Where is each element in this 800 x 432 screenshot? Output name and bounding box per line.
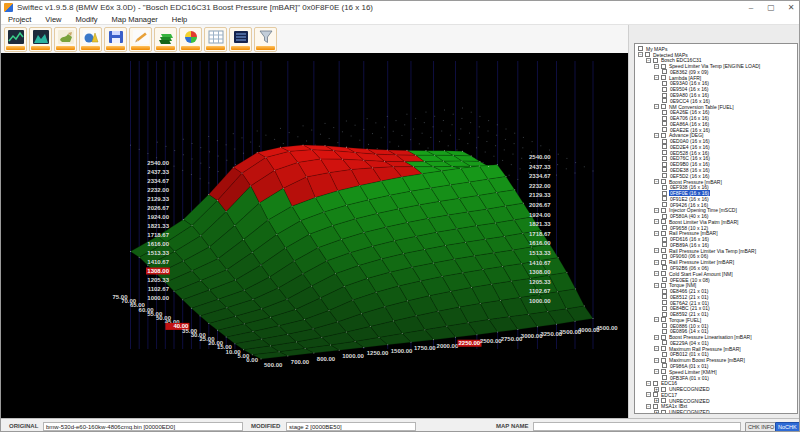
expand-icon[interactable]: + bbox=[654, 410, 659, 414]
tree-checkbox[interactable] bbox=[662, 173, 667, 178]
tree-checkbox[interactable] bbox=[662, 329, 667, 334]
expand-icon[interactable]: + bbox=[654, 387, 659, 392]
toolbar-button-pie-view[interactable] bbox=[79, 27, 102, 52]
collapse-icon[interactable]: − bbox=[654, 283, 659, 288]
tree-checkbox[interactable] bbox=[662, 167, 667, 172]
collapse-icon[interactable]: − bbox=[646, 58, 651, 63]
toolbar-button-map-view[interactable] bbox=[54, 27, 77, 52]
tree-checkbox[interactable] bbox=[661, 104, 666, 109]
tree-checkbox[interactable] bbox=[662, 69, 667, 74]
tree-checkbox[interactable] bbox=[662, 265, 667, 270]
chk-info-button[interactable]: CHK INFO bbox=[745, 422, 777, 432]
tree-checkbox[interactable] bbox=[661, 208, 666, 213]
toolbar-button-filter[interactable] bbox=[254, 27, 277, 52]
tree-checkbox[interactable] bbox=[661, 248, 666, 253]
menu-view[interactable]: View bbox=[38, 15, 68, 24]
tree-checkbox[interactable] bbox=[662, 375, 667, 380]
toolbar-button-edit[interactable] bbox=[129, 27, 152, 52]
tree-checkbox[interactable] bbox=[662, 139, 667, 144]
tree-checkbox[interactable] bbox=[662, 185, 667, 190]
tree-checkbox[interactable] bbox=[662, 363, 667, 368]
tree-checkbox[interactable] bbox=[662, 93, 667, 98]
tree-checkbox[interactable] bbox=[661, 75, 666, 80]
tree-checkbox[interactable] bbox=[661, 317, 666, 322]
collapse-icon[interactable]: − bbox=[654, 75, 659, 80]
menu-modify[interactable]: Modify bbox=[68, 15, 104, 24]
tree-checkbox[interactable] bbox=[645, 52, 650, 57]
tree-checkbox[interactable] bbox=[662, 289, 667, 294]
collapse-icon[interactable]: − bbox=[654, 179, 659, 184]
tree-checkbox[interactable] bbox=[662, 323, 667, 328]
tree-checkbox[interactable] bbox=[661, 358, 666, 363]
collapse-icon[interactable]: − bbox=[654, 335, 659, 340]
tree-checkbox[interactable] bbox=[662, 277, 667, 282]
boost-pressure-3d-view[interactable]: 2540.002437.332334.672232.002129.332026.… bbox=[1, 53, 628, 418]
tree-checkbox[interactable] bbox=[662, 87, 667, 92]
tree-checkbox[interactable] bbox=[662, 81, 667, 86]
tree-checkbox[interactable] bbox=[661, 231, 666, 236]
collapse-icon[interactable]: − bbox=[654, 317, 659, 322]
tree-checkbox[interactable] bbox=[661, 219, 666, 224]
tree-checkbox[interactable] bbox=[662, 150, 667, 155]
minimize-button[interactable]: – bbox=[741, 1, 761, 14]
tree-checkbox[interactable] bbox=[662, 312, 667, 317]
tree-checkbox[interactable] bbox=[661, 271, 666, 276]
menu-project[interactable]: Project bbox=[1, 15, 38, 24]
tree-item[interactable]: +UNRECOGNIZED bbox=[635, 409, 797, 414]
toolbar-button-hex-view[interactable] bbox=[229, 27, 252, 52]
collapse-icon[interactable]: − bbox=[654, 219, 659, 224]
tree-checkbox[interactable] bbox=[662, 352, 667, 357]
tree-checkbox[interactable] bbox=[662, 202, 667, 207]
tree-checkbox[interactable] bbox=[662, 300, 667, 305]
tree-checkbox[interactable] bbox=[662, 237, 667, 242]
tree-checkbox[interactable] bbox=[662, 156, 667, 161]
tree-checkbox[interactable] bbox=[662, 294, 667, 299]
nochk-button[interactable]: NoCHK bbox=[775, 422, 800, 432]
tree-checkbox[interactable] bbox=[661, 410, 666, 414]
tree-checkbox[interactable] bbox=[662, 242, 667, 247]
tree-checkbox[interactable] bbox=[653, 58, 658, 63]
collapse-icon[interactable]: − bbox=[654, 248, 659, 253]
tree-checkbox[interactable] bbox=[661, 64, 666, 69]
collapse-icon[interactable]: − bbox=[646, 392, 651, 397]
collapse-icon[interactable]: − bbox=[654, 358, 659, 363]
collapse-icon[interactable]: − bbox=[646, 404, 651, 409]
surface-plot[interactable]: 2540.002437.332334.672232.002129.332026.… bbox=[1, 53, 628, 418]
toolbar-button-grid-view[interactable] bbox=[204, 27, 227, 52]
tree-checkbox[interactable] bbox=[662, 214, 667, 219]
close-button[interactable]: ✕ bbox=[781, 1, 800, 14]
menu-help[interactable]: Help bbox=[165, 15, 194, 24]
tree-checkbox[interactable] bbox=[653, 392, 658, 397]
collapse-icon[interactable]: − bbox=[654, 260, 659, 265]
collapse-icon[interactable]: − bbox=[654, 104, 659, 109]
collapse-icon[interactable]: − bbox=[654, 271, 659, 276]
tree-checkbox[interactable] bbox=[661, 283, 666, 288]
collapse-icon[interactable]: − bbox=[638, 52, 643, 57]
tree-checkbox[interactable] bbox=[662, 191, 667, 196]
toolbar-button-chart-2d[interactable] bbox=[4, 27, 27, 52]
tree-checkbox[interactable] bbox=[661, 335, 666, 340]
menu-map-manager[interactable]: Map Manager bbox=[105, 15, 165, 24]
collapse-icon[interactable]: − bbox=[654, 133, 659, 138]
tree-checkbox[interactable] bbox=[662, 98, 667, 103]
tree-checkbox[interactable] bbox=[661, 133, 666, 138]
toolbar-button-colors[interactable] bbox=[179, 27, 202, 52]
tree-checkbox[interactable] bbox=[653, 381, 658, 386]
tree-checkbox[interactable] bbox=[662, 127, 667, 132]
collapse-icon[interactable]: − bbox=[654, 64, 659, 69]
tree-checkbox[interactable] bbox=[662, 121, 667, 126]
tree-checkbox[interactable] bbox=[662, 110, 667, 115]
tree-checkbox[interactable] bbox=[661, 260, 666, 265]
tree-checkbox[interactable] bbox=[661, 369, 666, 374]
toolbar-button-chart-3d[interactable] bbox=[29, 27, 52, 52]
tree-checkbox[interactable] bbox=[661, 346, 666, 351]
tree-checkbox[interactable] bbox=[662, 162, 667, 167]
collapse-icon[interactable]: − bbox=[654, 231, 659, 236]
tree-checkbox[interactable] bbox=[661, 387, 666, 392]
collapse-icon[interactable]: − bbox=[646, 381, 651, 386]
tree-checkbox[interactable] bbox=[661, 398, 666, 403]
tree-checkbox[interactable] bbox=[638, 46, 643, 51]
tree-checkbox[interactable] bbox=[662, 116, 667, 121]
tree-checkbox[interactable] bbox=[662, 144, 667, 149]
collapse-icon[interactable]: − bbox=[654, 208, 659, 213]
